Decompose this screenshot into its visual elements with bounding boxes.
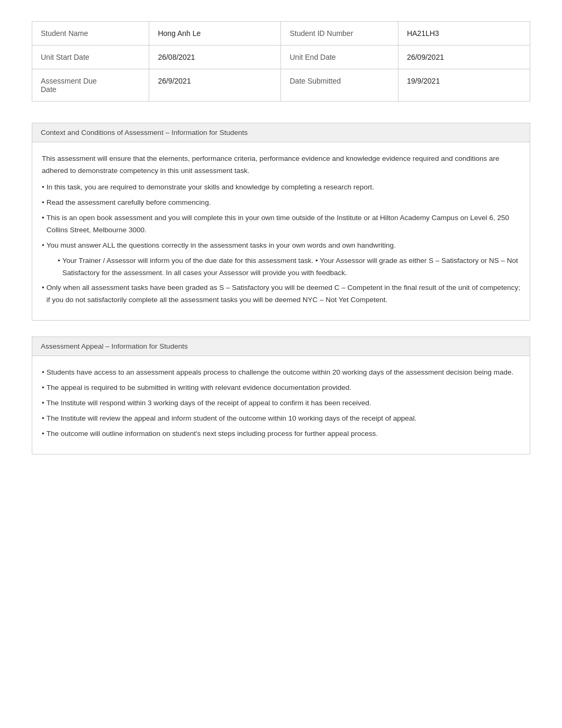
bullet-icon: • [42, 197, 44, 209]
appeal-section-body: •Students have access to an assessment a… [32, 356, 530, 454]
appeal-section: Assessment Appeal – Information for Stud… [32, 336, 530, 454]
bullet-icon: • [42, 382, 44, 394]
table-value-cell: 26/09/2021 [398, 46, 530, 69]
sub-list-item: •Your Trainer / Assessor will inform you… [42, 255, 520, 279]
bullet-icon: • [42, 181, 44, 194]
list-item: •Read the assessment carefully before co… [42, 197, 520, 209]
context-section-header: Context and Conditions of Assessment – I… [32, 123, 530, 142]
appeal-list: •Students have access to an assessment a… [42, 367, 520, 440]
table-value-cell: Hong Anh Le [149, 22, 281, 46]
context-section-body: This assessment will ensure that the ele… [32, 142, 530, 320]
table-label-cell: Student ID Number [281, 22, 398, 46]
table-value-cell: HA21LH3 [398, 22, 530, 46]
bullet-icon: • [42, 367, 44, 379]
list-item: •The Institute will review the appeal an… [42, 413, 520, 425]
sub-bullet-icon: • [58, 255, 60, 279]
table-value-cell: 26/9/2021 [149, 69, 281, 102]
list-item: •The Institute will respond within 3 wor… [42, 397, 520, 410]
bullet-icon: • [42, 282, 44, 306]
bullet-icon: • [42, 397, 44, 410]
table-label-cell: Assessment Due Date [32, 69, 149, 102]
list-item: •Only when all assessment tasks have bee… [42, 282, 520, 306]
list-item: •The outcome will outline information on… [42, 428, 520, 440]
table-label-cell: Unit End Date [281, 46, 398, 69]
table-label-cell: Date Submitted [281, 69, 398, 102]
info-table: Student NameHong Anh LeStudent ID Number… [32, 21, 530, 102]
table-label-cell: Student Name [32, 22, 149, 46]
bullet-icon: • [42, 240, 44, 252]
table-label-cell: Unit Start Date [32, 46, 149, 69]
list-item: •Students have access to an assessment a… [42, 367, 520, 379]
bullet-icon: • [42, 428, 44, 440]
bullet-icon: • [42, 212, 44, 236]
list-item: •You must answer ALL the questions corre… [42, 240, 520, 252]
context-section: Context and Conditions of Assessment – I… [32, 123, 530, 321]
list-item: •This is an open book assessment and you… [42, 212, 520, 236]
bullet-icon: • [42, 413, 44, 425]
context-intro: This assessment will ensure that the ele… [42, 153, 520, 177]
table-value-cell: 19/9/2021 [398, 69, 530, 102]
appeal-section-header: Assessment Appeal – Information for Stud… [32, 337, 530, 356]
table-value-cell: 26/08/2021 [149, 46, 281, 69]
list-item: •In this task, you are required to demon… [42, 181, 520, 194]
list-item: •The appeal is required to be submitted … [42, 382, 520, 394]
context-list: •In this task, you are required to demon… [42, 181, 520, 306]
